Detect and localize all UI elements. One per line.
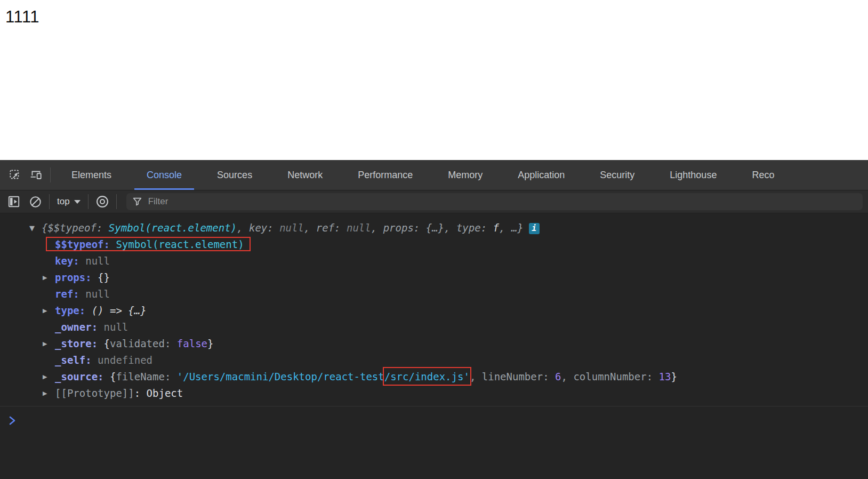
value-segment: false [177,338,207,349]
value-segment: 13 [659,371,671,382]
row-content: props: {} [55,272,110,283]
value-segment: {$$typeof: [42,222,109,234]
tab-bar-icons [0,160,54,190]
value-segment: , …} [499,222,524,234]
value-segment: columnNumber: [573,371,658,382]
value-segment: } [207,338,213,349]
context-selector-value: top [57,196,70,207]
value-segment: Object [147,387,183,399]
value-segment: undefined [98,354,152,366]
value-segment: validated: [110,338,177,349]
object-property-row: _owner: null [0,319,868,336]
filter-input[interactable] [148,196,857,207]
value-segment [85,305,91,316]
expand-triangle-icon[interactable]: ▶ [43,269,47,286]
value-segment: , props: [371,222,426,234]
tab-memory[interactable]: Memory [430,160,500,190]
object-property-row: ▶_source: {fileName: '/Users/macmini/Des… [0,369,868,385]
value-segment: key: [55,255,79,267]
row-content: type: () => {…} [55,305,147,316]
value-segment: _source: [55,371,104,382]
value-segment [110,238,116,250]
chevron-down-icon [74,200,81,204]
row-content: _source: {fileName: '/Users/macmini/Desk… [55,371,677,382]
row-content: [[Prototype]]: Object [55,387,183,399]
expand-triangle-icon[interactable]: ▶ [43,336,47,352]
browser-page-content: 1111 [0,0,868,160]
live-expression-eye-icon[interactable] [92,191,113,212]
console-message: ▼{$$typeof: Symbol(react.element), key: … [0,220,868,406]
object-preview-row: ▼{$$typeof: Symbol(react.element), key: … [0,220,868,236]
console-toolbar: top [0,190,868,213]
value-segment: ref: [55,288,79,300]
row-content: _owner: null [55,321,128,333]
value-segment: , [470,371,482,382]
red-highlighted-text: /src/index.js' [384,371,470,382]
value-segment: } [671,371,677,382]
clear-console-icon[interactable] [25,191,46,212]
value-segment: [[Prototype]] [55,387,134,399]
value-segment: null [104,321,128,333]
expand-triangle-icon[interactable]: ▶ [43,302,47,319]
tab-security[interactable]: Security [582,160,652,190]
separator [49,194,50,209]
object-property-row: ▶_store: {validated: false} [0,336,868,352]
collapse-triangle-icon[interactable]: ▼ [29,220,35,236]
object-property-row: ref: null [0,286,868,302]
value-segment: Symbol(react.element) [116,238,244,250]
info-badge-icon[interactable]: i [529,223,540,234]
value-segment: null [85,255,110,267]
separator [116,194,117,209]
value-segment: , type: [444,222,493,234]
tab-reco[interactable]: Reco [734,160,792,190]
tab-network[interactable]: Network [270,160,340,190]
devtools-panel: ElementsConsoleSourcesNetworkPerformance… [0,160,868,479]
value-segment: : [134,387,147,399]
row-content: {$$typeof: Symbol(react.element), key: n… [42,222,524,234]
value-segment: { [98,338,110,349]
filter-box[interactable] [126,193,863,210]
value-segment: { [104,371,116,382]
context-selector[interactable]: top [53,196,85,207]
expand-triangle-icon[interactable]: ▶ [43,385,47,402]
tab-list: ElementsConsoleSourcesNetworkPerformance… [54,160,792,190]
value-segment [79,288,85,300]
value-segment: lineNumber: [482,371,555,382]
object-property-row: ▶[[Prototype]]: Object [0,385,868,402]
tab-sources[interactable]: Sources [199,160,270,190]
page-text: 1111 [0,0,868,27]
console-sidebar-icon[interactable] [3,191,25,212]
value-segment: type: [55,305,85,316]
inspect-element-icon[interactable] [4,164,26,186]
console-prompt[interactable] [0,412,868,430]
row-content: key: null [55,255,110,267]
filter-funnel-icon [132,196,143,207]
separator [88,194,89,209]
tab-elements[interactable]: Elements [54,160,129,190]
value-segment: _self: [55,354,92,366]
tab-console[interactable]: Console [129,160,199,190]
tab-lighthouse[interactable]: Lighthouse [652,160,734,190]
value-segment [98,321,103,333]
object-property-row: $$typeof: Symbol(react.element) [0,236,868,253]
expand-triangle-icon[interactable]: ▶ [43,369,47,385]
value-segment: '/Users/macmini/Desktop/react-test [177,371,384,382]
value-segment: null [85,288,110,300]
value-segment: {…} [426,222,444,234]
value-segment: _store: [55,338,98,349]
value-segment: () => {…} [92,305,147,316]
value-segment: null [279,222,304,234]
separator [50,167,51,182]
value-segment: $$typeof: [55,238,110,250]
value-segment: , key: [237,222,279,234]
value-segment: null [347,222,371,234]
value-segment [92,354,98,366]
tab-application[interactable]: Application [500,160,582,190]
tab-performance[interactable]: Performance [340,160,430,190]
prompt-chevron-icon [9,416,16,426]
red-highlight-box: $$typeof: Symbol(react.element) [55,238,244,250]
console-output: ▼{$$typeof: Symbol(react.element), key: … [0,213,868,430]
devtools-tab-bar: ElementsConsoleSourcesNetworkPerformance… [0,160,868,190]
object-property-row: ▶props: {} [0,269,868,286]
device-toolbar-icon[interactable] [26,164,47,186]
